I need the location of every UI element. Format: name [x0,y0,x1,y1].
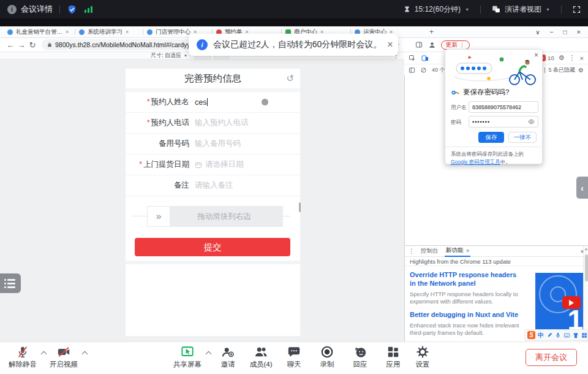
start-video-button[interactable]: 开启视频 [45,345,82,369]
never-save-button[interactable]: 一律不 [508,132,537,143]
whats-new-link[interactable]: Better debugging in Nuxt and Vite [410,310,519,319]
chat-button[interactable]: 聊天 [276,345,312,369]
invite-button[interactable]: 邀请 [209,345,246,369]
tab-search-icon[interactable]: ∨ [535,29,540,36]
profile-avatar-icon[interactable] [428,41,436,49]
calendar-icon [195,161,202,169]
share-screen-button[interactable]: 共享屏幕 [169,345,206,369]
devtools-more-icon[interactable]: ⋮ [569,54,576,62]
whats-new-link[interactable]: Override HTTP response headers in the Ne… [410,270,519,288]
device-size-label[interactable]: 尺寸: 自适应 [151,52,181,59]
form-row-phone[interactable]: *预约人电话 输入预约人电话 [126,113,300,134]
form-row-remark[interactable]: 备注 请输入备注 [126,175,300,196]
network-signal-icon[interactable] [85,6,92,13]
panel-scrollbar[interactable]: ▲ [583,246,588,342]
remark-field-placeholder[interactable]: 请输入备注 [195,180,233,191]
password-manager-link[interactable]: Google 密码管理工具 [451,159,500,165]
devtools-close-icon[interactable]: × [580,55,584,62]
members-button[interactable]: 成员(4) [243,345,279,369]
scroll-up-icon[interactable]: ▲ [584,247,588,251]
ime-keyboard-icon[interactable] [564,332,570,338]
phone-field-placeholder[interactable]: 输入预约人电话 [195,118,249,128]
captcha-slider-handle[interactable]: » [147,206,170,227]
username-input[interactable]: 8385889075578462 [469,101,538,113]
date-field-placeholder[interactable]: 请选择日期 [205,159,244,170]
device-mode-icon[interactable] [421,55,429,62]
tab-close-icon[interactable]: × [466,248,469,254]
text-caret [207,98,208,106]
window-close-button[interactable]: × [577,28,581,36]
info-icon[interactable]: i [7,5,17,14]
timer-dropdown-icon[interactable]: ▼ [465,7,469,12]
username-label: 用户名 [451,104,467,112]
chevrons-right-icon: » [156,211,162,222]
reactions-button[interactable]: 回应 [342,345,379,369]
side-panel-icon[interactable] [415,41,423,48]
ime-mic-icon[interactable] [555,332,561,338]
record-button[interactable]: 录制 [309,345,345,369]
panel-expand-handle[interactable]: ‹ [576,177,588,199]
console-sidebar-icon[interactable] [409,67,415,74]
browser-tab[interactable]: 礼盒营销平台管理中心 × [4,26,75,38]
tab-favicon [7,29,13,35]
banner-text: 会议已超过2人，自动转为60分钟限时会议。 [213,39,382,50]
device-size-dropdown-icon[interactable]: ▼ [184,54,187,58]
browser-tab[interactable]: 系统培训学习 × [75,26,143,38]
unmute-button[interactable]: 解除静音 [4,345,41,369]
view-mode-label[interactable]: 演讲者视图 [505,4,541,15]
console-settings-icon[interactable]: ⚙ [578,67,584,74]
ime-skin-icon[interactable] [573,332,579,338]
tab-whats-new[interactable]: 新功能 × [445,246,471,257]
divider [59,6,60,13]
window-maximize-button[interactable]: □ [564,29,567,36]
security-shield-icon[interactable] [67,4,77,15]
tab-close-icon[interactable]: × [66,29,69,35]
back-icon[interactable]: ← [5,40,16,50]
tab-close-icon[interactable]: × [126,29,129,35]
hidden-messages-label[interactable]: 5 条已隐藏 [549,66,576,74]
banner-close-icon[interactable]: × [387,39,393,50]
view-dropdown-icon[interactable]: ▼ [546,7,550,12]
name-field-value[interactable]: ces [195,98,206,107]
chrome-update-chip[interactable]: 更新 ⋮ [441,40,470,50]
devtools-settings-icon[interactable]: ⚙ [559,54,565,62]
inspect-element-icon[interactable] [409,55,416,62]
save-password-button[interactable]: 保存 [478,132,504,143]
tab-console[interactable]: 控制台 [421,247,439,255]
drawer-more-icon[interactable]: ⋮ [409,248,415,254]
meeting-details-label[interactable]: 会议详情 [21,4,53,15]
ime-toolbox-icon[interactable] [581,332,587,338]
reload-icon[interactable]: ↻ [27,40,38,50]
form-row-name[interactable]: *预约人姓名 ces [126,92,300,113]
ime-pen-icon[interactable] [546,332,552,338]
whats-new-body: Specify HTTP response headers locally to… [410,291,520,307]
page-scrollbar[interactable] [299,202,301,212]
show-password-eye-icon[interactable] [528,118,535,125]
leave-meeting-button[interactable]: 离开会议 [526,349,577,366]
window-minimize-button[interactable]: − [550,29,554,36]
fullscreen-icon[interactable] [573,6,581,13]
chrome-113-video-thumbnail[interactable]: 1 [535,273,584,329]
field-label: 备用号码 [159,139,189,148]
form-row-pickup-date[interactable]: *上门提货日期 请选择日期 [126,155,300,175]
sogou-logo-icon[interactable]: S [527,331,535,339]
form-row-backup-phone[interactable]: 备用号码 输入备用号码 [126,134,300,155]
clear-console-icon[interactable] [420,67,427,74]
banner-info-icon: i [197,39,208,50]
forward-icon[interactable]: → [16,40,27,50]
ime-toolbar[interactable]: S 中 [524,329,588,341]
record-icon [320,345,334,359]
caption-list-handle[interactable] [0,273,21,293]
whats-new-header: Highlights from the Chrome 113 update [405,257,588,266]
password-input[interactable]: ••••••• [469,116,538,128]
layout-view-icon [492,5,500,13]
submit-button[interactable]: 提交 [135,238,290,256]
scrollbar-thumb[interactable] [585,254,588,281]
undo-icon[interactable]: ↺ [286,74,294,83]
backup-field-placeholder[interactable]: 输入备用号码 [195,139,241,149]
new-tab-button[interactable]: + [429,28,434,36]
settings-button[interactable]: 设置 [404,345,441,369]
whats-new-panel: ⋮ 控制台 新功能 × × Highlights from the Chrome… [404,245,588,342]
invite-person-icon [221,345,235,359]
ime-mode-toggle[interactable]: 中 [538,331,544,340]
